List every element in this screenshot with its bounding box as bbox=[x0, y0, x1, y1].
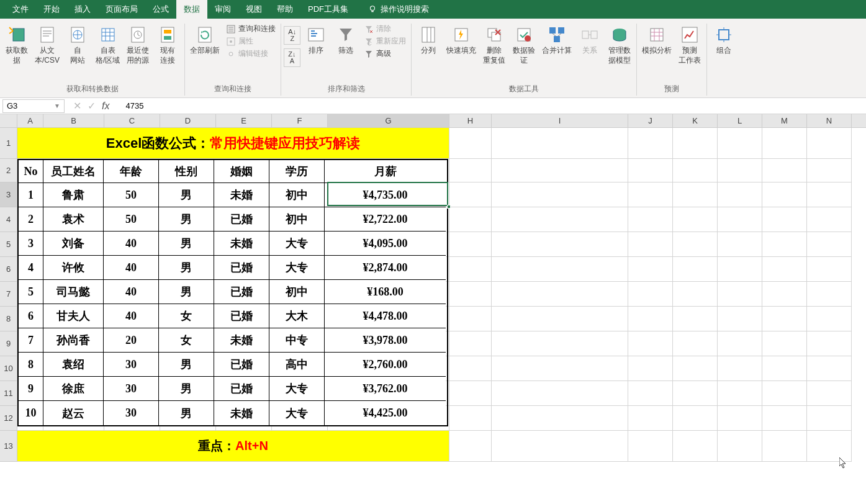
cell[interactable] bbox=[492, 207, 628, 232]
table-cell[interactable]: ¥4,478.00 bbox=[325, 304, 446, 328]
col-header-C[interactable]: C bbox=[104, 114, 160, 127]
table-header[interactable]: 学历 bbox=[269, 160, 325, 183]
remove-duplicates-button[interactable]: 删除重复值 bbox=[480, 24, 508, 66]
menu-file[interactable]: 文件 bbox=[5, 0, 36, 19]
cell[interactable] bbox=[628, 282, 673, 307]
table-cell[interactable]: 中专 bbox=[269, 328, 325, 353]
cell[interactable] bbox=[718, 331, 762, 356]
data-validation-button[interactable]: 数据验证 bbox=[510, 24, 538, 66]
table-cell[interactable]: 女 bbox=[159, 328, 214, 353]
menu-review[interactable]: 审阅 bbox=[207, 0, 238, 19]
col-header-N[interactable]: N bbox=[807, 114, 852, 127]
get-data-button[interactable]: 获取数据 bbox=[2, 24, 31, 66]
cell[interactable] bbox=[628, 207, 673, 232]
sort-za-button[interactable]: Z↓A bbox=[284, 48, 300, 67]
cell[interactable] bbox=[807, 128, 852, 159]
flash-fill-button[interactable]: 快速填充 bbox=[444, 24, 479, 57]
menu-home[interactable]: 开始 bbox=[36, 0, 67, 19]
table-cell[interactable]: 未婚 bbox=[214, 232, 269, 256]
cell[interactable] bbox=[628, 159, 673, 182]
refresh-all-button[interactable]: 全部刷新 bbox=[187, 24, 222, 57]
cell[interactable] bbox=[492, 159, 628, 182]
cell[interactable] bbox=[628, 307, 673, 331]
cell[interactable] bbox=[492, 307, 628, 331]
cell[interactable] bbox=[628, 257, 673, 282]
row-header-1[interactable]: 1 bbox=[0, 128, 17, 159]
cell[interactable] bbox=[807, 406, 852, 431]
table-cell[interactable]: ¥4,095.00 bbox=[325, 232, 446, 256]
cell[interactable] bbox=[762, 356, 807, 381]
table-cell[interactable]: 3 bbox=[19, 232, 43, 256]
table-header[interactable]: No bbox=[19, 160, 43, 183]
table-cell[interactable]: 9 bbox=[19, 377, 43, 401]
row-header-3[interactable]: 3 bbox=[0, 182, 17, 207]
table-cell[interactable]: 高中 bbox=[269, 353, 325, 377]
cell[interactable] bbox=[718, 282, 762, 307]
consolidate-button[interactable]: 合并计算 bbox=[539, 24, 574, 57]
table-cell[interactable]: 2 bbox=[19, 207, 43, 232]
col-header-D[interactable]: D bbox=[160, 114, 216, 127]
row-header-13[interactable]: 13 bbox=[0, 431, 17, 462]
fill-handle[interactable] bbox=[447, 205, 451, 209]
cell[interactable] bbox=[492, 431, 628, 462]
cell[interactable] bbox=[762, 282, 807, 307]
cell[interactable] bbox=[449, 159, 492, 182]
cell[interactable] bbox=[492, 381, 628, 406]
cell[interactable] bbox=[762, 182, 807, 207]
tell-me-search[interactable]: 操作说明搜索 bbox=[368, 4, 429, 15]
table-cell[interactable]: 已婚 bbox=[214, 280, 269, 304]
table-cell[interactable]: ¥2,722.00 bbox=[325, 207, 446, 232]
table-cell[interactable]: 刘备 bbox=[43, 232, 104, 256]
cell[interactable] bbox=[762, 159, 807, 182]
table-header[interactable]: 月薪 bbox=[325, 160, 446, 183]
table-cell[interactable]: 40 bbox=[104, 280, 159, 304]
cell[interactable] bbox=[673, 159, 718, 182]
cell[interactable] bbox=[762, 431, 807, 462]
table-cell[interactable]: 40 bbox=[104, 304, 159, 328]
edit-links-button[interactable]: 编辑链接 bbox=[223, 48, 278, 60]
table-cell[interactable]: 初中 bbox=[269, 207, 325, 232]
cell[interactable] bbox=[628, 431, 673, 462]
name-box[interactable]: G3 ▼ bbox=[2, 99, 65, 113]
table-cell[interactable]: 4 bbox=[19, 256, 43, 280]
cell[interactable] bbox=[449, 257, 492, 282]
table-cell[interactable]: ¥3,978.00 bbox=[325, 328, 446, 353]
col-header-G[interactable]: G bbox=[328, 114, 449, 127]
cell[interactable] bbox=[807, 207, 852, 232]
cell[interactable] bbox=[449, 331, 492, 356]
table-cell[interactable]: 40 bbox=[104, 232, 159, 256]
cell[interactable] bbox=[628, 356, 673, 381]
col-header-M[interactable]: M bbox=[762, 114, 807, 127]
table-header[interactable]: 性别 bbox=[159, 160, 214, 183]
cells-area[interactable]: Excel函数公式：常用快捷键应用技巧解读No员工姓名年龄性别婚姻学历月薪1鲁肃… bbox=[17, 128, 852, 462]
cell[interactable] bbox=[673, 207, 718, 232]
cell[interactable] bbox=[449, 431, 492, 462]
select-all-corner[interactable] bbox=[0, 114, 17, 127]
col-header-J[interactable]: J bbox=[628, 114, 673, 127]
table-header[interactable]: 年龄 bbox=[104, 160, 159, 183]
formula-input[interactable]: 4735 bbox=[122, 101, 866, 110]
table-cell[interactable]: 20 bbox=[104, 328, 159, 353]
table-cell[interactable]: 袁术 bbox=[43, 207, 104, 232]
cell[interactable] bbox=[718, 406, 762, 431]
cell[interactable] bbox=[628, 128, 673, 159]
cell[interactable] bbox=[718, 257, 762, 282]
cell[interactable] bbox=[807, 282, 852, 307]
table-cell[interactable]: 徐庶 bbox=[43, 377, 104, 401]
cell[interactable] bbox=[628, 406, 673, 431]
table-header[interactable]: 员工姓名 bbox=[43, 160, 104, 183]
manage-data-model-button[interactable]: 管理数据模型 bbox=[605, 24, 634, 66]
cell[interactable] bbox=[673, 356, 718, 381]
cell[interactable] bbox=[449, 307, 492, 331]
table-cell[interactable]: 未婚 bbox=[214, 183, 269, 207]
table-cell[interactable]: 孙尚香 bbox=[43, 328, 104, 353]
table-cell[interactable]: 大专 bbox=[269, 401, 325, 425]
filter-button[interactable]: 筛选 bbox=[332, 24, 360, 57]
table-cell[interactable]: 未婚 bbox=[214, 401, 269, 425]
table-cell[interactable]: ¥168.00 bbox=[325, 280, 446, 304]
cell[interactable] bbox=[673, 307, 718, 331]
table-cell[interactable]: ¥4,425.00 bbox=[325, 401, 446, 425]
cell[interactable] bbox=[762, 257, 807, 282]
table-cell[interactable]: 30 bbox=[104, 353, 159, 377]
cell[interactable] bbox=[762, 331, 807, 356]
